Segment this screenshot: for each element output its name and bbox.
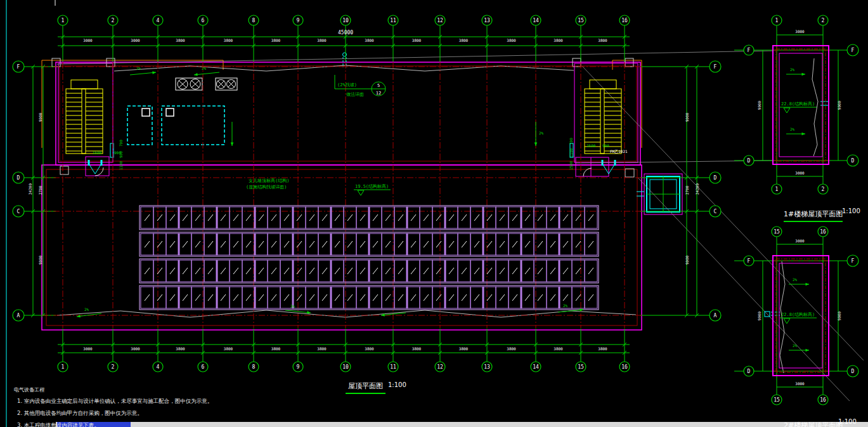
detail-caption: 1#楼梯屋顶平面图 bbox=[784, 209, 843, 222]
detail-scale: 1:100 bbox=[838, 418, 857, 425]
cad-sheet: 1122446688991010111112121313141415151616… bbox=[0, 0, 868, 427]
note-line: 1. 室内设备由业主确定后与设计单位确认，未尽事宜与施工配合，图中仅为示意。 bbox=[14, 398, 212, 405]
note-line: 3. 本工程电缆敷设内容详见下表。 bbox=[14, 422, 212, 427]
main-plan-scale: 1:100 bbox=[388, 381, 406, 388]
detail-scale: 1:100 bbox=[842, 207, 860, 214]
notes-heading: 电气设备工程 bbox=[14, 386, 212, 393]
detail-caption: 2#楼梯屋顶平面图 bbox=[784, 421, 843, 427]
main-plan-title-text: 屋顶平面图 bbox=[348, 382, 383, 390]
note-line: 2. 其他用电设备均由甲方自行采购，图中仅为示意。 bbox=[14, 410, 212, 417]
main-plan-title: 屋顶平面图 bbox=[346, 381, 385, 394]
notes-block: 电气设备工程 1. 室内设备由业主确定后与设计单位确认，未尽事宜与施工配合，图中… bbox=[14, 386, 212, 427]
text-overlay: 屋顶平面图 1:100 电气设备工程 1. 室内设备由业主确定后与设计单位确认，… bbox=[0, 0, 868, 427]
